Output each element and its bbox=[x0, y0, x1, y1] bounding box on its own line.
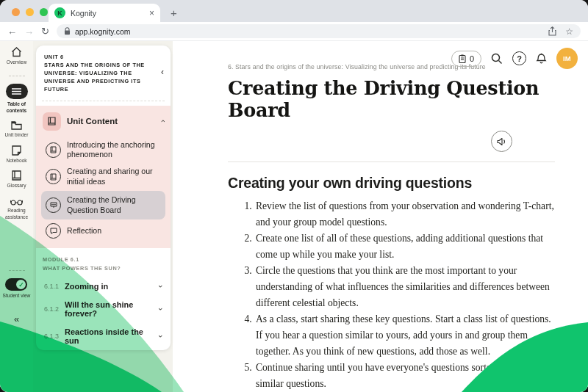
student-view-toggle[interactable]: ✓ Student view bbox=[3, 278, 31, 300]
book-icon bbox=[46, 142, 61, 158]
close-tab-icon[interactable]: × bbox=[149, 8, 154, 18]
zoom-window-button[interactable] bbox=[40, 8, 48, 16]
rail-item-label: Glossary bbox=[7, 183, 26, 189]
chevron-down-icon[interactable]: › bbox=[157, 285, 165, 288]
folder-icon bbox=[11, 121, 22, 130]
notebook-icon bbox=[12, 145, 21, 156]
module-item-label: Zooming in bbox=[65, 282, 154, 291]
browser-tab[interactable]: K Kognity × bbox=[49, 4, 160, 22]
sidebar-item-table-of-contents[interactable]: Table of contents bbox=[1, 84, 32, 115]
close-window-button[interactable] bbox=[12, 8, 20, 16]
board-icon bbox=[46, 197, 61, 213]
tab-title: Kognity bbox=[71, 9, 144, 18]
announce-row bbox=[228, 131, 555, 152]
top-action-icons: 0 ? IM bbox=[451, 48, 578, 69]
module-item-number: 6.1.2 bbox=[44, 305, 60, 313]
checklist-counter[interactable]: 0 bbox=[451, 51, 481, 67]
panel-divider bbox=[42, 101, 165, 101]
megaphone-icon bbox=[497, 137, 506, 146]
step-item: Continue sharing until you have everyone… bbox=[254, 360, 555, 392]
browser-tab-strip: K Kognity × + bbox=[0, 0, 588, 22]
toggle-icon: ✓ bbox=[5, 278, 27, 291]
sidebar-item-glossary[interactable]: Glossary bbox=[7, 170, 26, 189]
step-item: Review the list of questions from your o… bbox=[254, 198, 555, 231]
rail-item-label: Notebook bbox=[6, 158, 26, 164]
bookmark-star-icon[interactable]: ☆ bbox=[565, 26, 573, 37]
step-item: Circle the questions that you think are … bbox=[254, 263, 555, 311]
avatar[interactable]: IM bbox=[556, 48, 578, 69]
rail-item-label: Table of contents bbox=[1, 101, 32, 115]
sidebar-item-notebook[interactable]: Notebook bbox=[6, 145, 26, 164]
book-icon bbox=[46, 169, 61, 184]
module-number: MODULE 6.1 bbox=[43, 256, 79, 263]
lesson-item-label: Creating the Driving Question Board bbox=[67, 195, 161, 216]
rail-divider bbox=[9, 76, 25, 76]
rail-item-label: Reading assistance bbox=[1, 208, 32, 221]
home-icon bbox=[11, 47, 22, 57]
chevron-up-icon[interactable]: › bbox=[158, 120, 167, 123]
kognity-favicon-icon: K bbox=[54, 7, 65, 18]
url-text: app.kognity.com bbox=[75, 27, 544, 36]
sidebar-item-overview[interactable]: Overview bbox=[7, 47, 26, 66]
module-item-number: 6.1.1 bbox=[44, 283, 60, 290]
lesson-item-introducing-anchoring-phenomenon[interactable]: Introducing the anchoring phenomenon bbox=[41, 137, 165, 164]
lesson-item-label: Introducing the anchoring phenomenon bbox=[67, 140, 161, 161]
glasses-icon bbox=[10, 199, 23, 206]
lesson-item-label: Creating and sharing our initial ideas bbox=[67, 167, 161, 187]
lesson-item-reflection[interactable]: Reflection bbox=[41, 220, 165, 242]
lock-icon bbox=[64, 27, 71, 35]
content-divider bbox=[228, 161, 555, 162]
minimize-window-button[interactable] bbox=[26, 8, 34, 16]
unit-header[interactable]: UNIT 6 STARS AND THE ORIGINS OF THE UNIV… bbox=[36, 46, 171, 101]
module-item-number: 6.1.3 bbox=[44, 333, 60, 340]
notifications-bell-icon[interactable] bbox=[536, 53, 547, 65]
browser-toolbar: ← → ↻ app.kognity.com ☆ bbox=[0, 22, 588, 41]
chevron-down-icon[interactable]: › bbox=[157, 308, 165, 311]
kognity-app: Overview Table of contents Unit binder N bbox=[0, 41, 588, 392]
rail-item-label: Unit binder bbox=[5, 132, 29, 139]
lesson-item-creating-driving-question-board[interactable]: Creating the Driving Question Board bbox=[41, 191, 165, 220]
left-rail: Overview Table of contents Unit binder N bbox=[0, 41, 33, 392]
page-title: Creating the Driving Question Board bbox=[228, 77, 555, 121]
unit-content-title: Unit Content bbox=[67, 117, 155, 126]
check-icon: ✓ bbox=[16, 280, 26, 289]
sidebar-item-reading-assistance[interactable]: Reading assistance bbox=[1, 199, 32, 221]
student-view-label: Student view bbox=[3, 293, 31, 300]
chevron-down-icon[interactable]: › bbox=[157, 335, 165, 338]
unit-number: UNIT 6 bbox=[44, 54, 153, 62]
share-icon[interactable] bbox=[548, 26, 556, 36]
step-item: Create one list of all of these question… bbox=[254, 231, 555, 263]
unit-content-header[interactable]: Unit Content › bbox=[41, 111, 165, 137]
toc-icon bbox=[6, 84, 28, 99]
speech-bubble-icon bbox=[46, 223, 61, 239]
section-heading: Creating your own driving questions bbox=[228, 175, 555, 192]
lesson-item-creating-sharing-initial-ideas[interactable]: Creating and sharing our initial ideas bbox=[41, 164, 165, 190]
lesson-item-label: Reflection bbox=[67, 226, 101, 236]
contents-sidebar: UNIT 6 STARS AND THE ORIGINS OF THE UNIV… bbox=[33, 41, 173, 392]
driving-questions-steps: Review the list of questions from your o… bbox=[228, 198, 555, 392]
checklist-count: 0 bbox=[470, 54, 474, 63]
new-tab-button[interactable]: + bbox=[171, 7, 177, 19]
main-content: 0 ? IM 6. Stars and the origins of the u… bbox=[173, 41, 588, 392]
module-item-zooming-in[interactable]: 6.1.1 Zooming in › bbox=[43, 277, 164, 296]
module-item-will-the-sun-shine-forever[interactable]: 6.1.2 Will the sun shine forever? › bbox=[43, 296, 164, 323]
glossary-icon bbox=[12, 170, 21, 181]
clipboard-icon bbox=[459, 54, 466, 63]
address-bar[interactable]: app.kognity.com ☆ bbox=[57, 24, 581, 38]
collapse-unit-icon[interactable]: › bbox=[161, 68, 164, 78]
unit-title: STARS AND THE ORIGINS OF THE UNIVERSE: V… bbox=[44, 62, 153, 94]
unit-content-section: Unit Content › Introducing the anchoring… bbox=[36, 106, 171, 249]
module-section: MODULE 6.1 WHAT POWERS THE SUN? 6.1.1 Zo… bbox=[36, 248, 171, 350]
forward-icon[interactable]: → bbox=[24, 26, 34, 36]
module-header: MODULE 6.1 WHAT POWERS THE SUN? bbox=[43, 255, 164, 272]
book-icon bbox=[43, 112, 61, 131]
module-item-reactions-inside-the-sun[interactable]: 6.1.3 Reactions inside the sun › bbox=[43, 323, 164, 350]
sidebar-item-unit-binder[interactable]: Unit binder bbox=[5, 121, 29, 139]
text-to-speech-button[interactable] bbox=[491, 131, 512, 152]
collapse-rail-icon[interactable]: « bbox=[14, 313, 19, 324]
search-icon[interactable] bbox=[491, 53, 503, 65]
back-icon[interactable]: ← bbox=[7, 26, 17, 36]
rail-divider bbox=[9, 270, 25, 271]
reload-icon[interactable]: ↻ bbox=[41, 26, 49, 36]
help-icon[interactable]: ? bbox=[512, 51, 526, 65]
